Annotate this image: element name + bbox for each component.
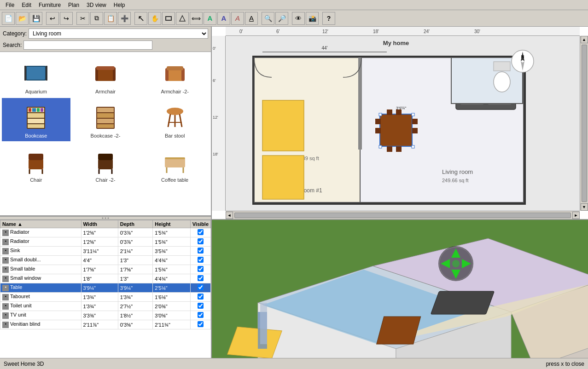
- furniture-item-armchair[interactable]: Armchair: [71, 54, 140, 97]
- copy-button[interactable]: ⧉: [90, 12, 103, 25]
- furniture-item-bookcase2[interactable]: Bookcase -2-: [71, 98, 140, 141]
- table-row[interactable]: ▪TV unit3'3⅜"1'8½"3'0⅝": [0, 311, 211, 320]
- visible-checkbox[interactable]: [198, 303, 204, 309]
- table-row[interactable]: ▪Table3'9¼"3'9¼"2'5⅛": [0, 283, 211, 293]
- zoom-out-button[interactable]: 🔎: [275, 12, 288, 25]
- help-button[interactable]: ?: [322, 12, 335, 25]
- svg-rect-3: [27, 67, 45, 80]
- vertical-splitter[interactable]: [0, 216, 211, 220]
- table-row[interactable]: ▪Small window1'8"1'3"4'4¾": [0, 274, 211, 283]
- scroll-right-btn[interactable]: ►: [572, 212, 580, 219]
- table-row[interactable]: ▪Radiator1'2⅝"0'3⅞"1'5¾": [0, 237, 211, 247]
- cell-visible[interactable]: [190, 293, 210, 302]
- cell-visible[interactable]: [190, 311, 210, 320]
- cell-visible[interactable]: [190, 320, 210, 329]
- cell-visible[interactable]: [190, 237, 210, 247]
- create-walls-tool[interactable]: [162, 12, 175, 25]
- visible-checkbox[interactable]: [198, 275, 204, 281]
- furniture-item-armchair2[interactable]: Armchair -2-: [140, 54, 209, 97]
- save-button[interactable]: 💾: [29, 12, 42, 25]
- table-row[interactable]: ▪Venitian blind2'11⅞"0'3⅝"2'11¾": [0, 320, 211, 329]
- col-depth[interactable]: Depth: [118, 220, 153, 228]
- scroll-thumb-v[interactable]: [582, 45, 587, 202]
- menu-plan[interactable]: Plan: [64, 1, 83, 9]
- cell-visible[interactable]: [190, 274, 210, 283]
- menu-help[interactable]: Help: [110, 1, 129, 9]
- cell-visible[interactable]: [190, 247, 210, 256]
- table-row[interactable]: ▪Small doubl...4'4"1'3"4'4¾": [0, 256, 211, 265]
- menu-edit[interactable]: Edit: [18, 1, 35, 9]
- cut-button[interactable]: ✂: [76, 12, 89, 25]
- visible-checkbox[interactable]: [198, 266, 204, 272]
- table-row[interactable]: ▪Radiator1'2⅝"0'3⅞"1'5¾": [0, 228, 211, 237]
- menu-file[interactable]: File: [2, 1, 18, 9]
- menu-3dview[interactable]: 3D view: [83, 1, 110, 9]
- text-tool-A[interactable]: A: [204, 12, 216, 25]
- zoom-in-button[interactable]: 🔍: [262, 12, 274, 25]
- cell-visible[interactable]: [190, 283, 210, 293]
- visible-checkbox[interactable]: [198, 229, 204, 235]
- scrollbar-horizontal-2d[interactable]: ◄ ►: [226, 211, 580, 219]
- 3d-view[interactable]: [212, 220, 588, 358]
- svg-rect-81: [379, 113, 382, 116]
- col-width[interactable]: Width: [81, 220, 118, 228]
- cell-depth: 1'3¾": [118, 293, 153, 302]
- col-name[interactable]: Name ▲: [0, 220, 82, 228]
- add-furniture-button[interactable]: ➕: [118, 12, 131, 25]
- svg-text:0': 0': [213, 46, 216, 51]
- furniture-item-aquarium[interactable]: Aquarium: [2, 54, 70, 97]
- dimension-tool[interactable]: ⟺: [190, 12, 203, 25]
- table-row[interactable]: ▪Toilet unit1'3¾"2'7½"2'0⅜": [0, 302, 211, 311]
- category-select[interactable]: Living room Bedroom Kitchen Bathroom Off…: [29, 29, 208, 39]
- visible-checkbox[interactable]: [198, 248, 204, 254]
- svg-rect-6: [96, 68, 115, 81]
- text-tool-D[interactable]: A: [245, 12, 258, 25]
- floor-plan[interactable]: My home 44' Bedroom: [226, 36, 580, 211]
- new-button[interactable]: 📄: [2, 12, 15, 25]
- svg-text:18': 18': [373, 29, 379, 34]
- table-row[interactable]: ▪Tabouret1'3¾"1'3¾"1'6⅛": [0, 293, 211, 302]
- furniture-item-chair2[interactable]: Chair -2-: [71, 142, 140, 185]
- furniture-item-bookcase[interactable]: Bookcase: [2, 98, 70, 141]
- paste-button[interactable]: 📋: [104, 12, 117, 25]
- visible-checkbox[interactable]: [198, 238, 204, 244]
- search-input[interactable]: [23, 40, 152, 50]
- furniture-item-coffeetable[interactable]: Coffee table: [140, 142, 209, 185]
- svg-line-30: [180, 114, 182, 127]
- create-rooms-tool[interactable]: [176, 12, 189, 25]
- scroll-up-btn[interactable]: ▲: [581, 36, 588, 43]
- undo-button[interactable]: ↩: [46, 12, 59, 25]
- cell-visible[interactable]: [190, 256, 210, 265]
- redo-button[interactable]: ↪: [60, 12, 73, 25]
- table-row[interactable]: ▪Small table1'7⅝"1'7⅝"1'5¾": [0, 265, 211, 274]
- photo-button[interactable]: 📸: [306, 12, 319, 25]
- col-visible[interactable]: Visible: [190, 220, 210, 228]
- virtual-visit-button[interactable]: 👁: [292, 12, 305, 25]
- visible-checkbox[interactable]: [198, 312, 204, 318]
- furniture-item-chair[interactable]: Chair: [2, 142, 70, 185]
- scroll-down-btn[interactable]: ▼: [581, 203, 588, 211]
- menu-furniture[interactable]: Furniture: [35, 1, 64, 9]
- cell-visible[interactable]: [190, 265, 210, 274]
- scrollbar-vertical-2d[interactable]: ▲ ▼: [580, 36, 588, 211]
- pan-tool[interactable]: ✋: [148, 12, 161, 25]
- svg-point-45: [102, 218, 104, 219]
- table-row[interactable]: ▪Sink3'11¼"2'1¼"3'5¾": [0, 247, 211, 256]
- 2d-view: 0' 6' 12' 18' 24' 30' 0' 6' 12' 18': [212, 27, 588, 220]
- scroll-thumb-h[interactable]: [234, 213, 571, 218]
- scroll-left-btn[interactable]: ◄: [226, 212, 233, 219]
- visible-checkbox[interactable]: [198, 321, 204, 327]
- furniture-item-barstool[interactable]: Bar stool: [140, 98, 209, 141]
- cell-visible[interactable]: [190, 302, 210, 311]
- select-tool[interactable]: ↖: [134, 12, 147, 25]
- open-button[interactable]: 📂: [16, 12, 29, 25]
- visible-checkbox[interactable]: [198, 284, 204, 290]
- cell-visible[interactable]: [190, 228, 210, 237]
- visible-checkbox[interactable]: [198, 294, 204, 300]
- visible-checkbox[interactable]: [198, 257, 204, 263]
- cell-depth: 0'3⅞": [118, 228, 153, 237]
- text-tool-C[interactable]: A: [231, 12, 244, 25]
- armchair2-thumb: [159, 57, 191, 89]
- text-tool-B[interactable]: A: [217, 12, 230, 25]
- col-height[interactable]: Height: [153, 220, 190, 228]
